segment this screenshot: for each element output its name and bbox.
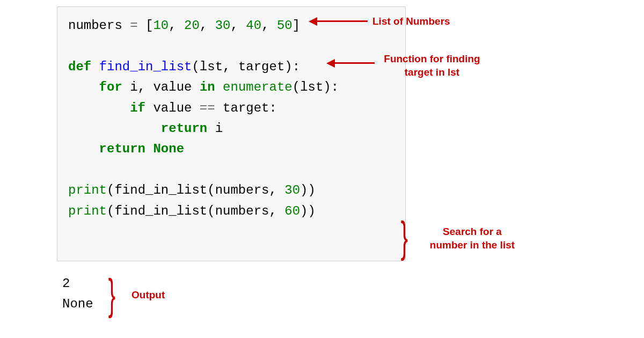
annotation-output: Output [131, 289, 165, 302]
bracket-open: [ [145, 18, 153, 33]
colon: : [269, 101, 277, 115]
paren-open: ( [292, 80, 300, 94]
num-10: 10 [153, 18, 169, 33]
arg-numbers: numbers [215, 204, 269, 218]
var-i: i [215, 121, 223, 136]
comma: , [169, 18, 184, 33]
var-numbers: numbers [68, 18, 122, 33]
space [122, 80, 130, 94]
var-target: target [223, 101, 269, 115]
space [145, 101, 153, 115]
kw-in: in [200, 80, 215, 94]
kw-none: None [153, 142, 184, 156]
num-30: 30 [284, 183, 300, 197]
comma: , [138, 80, 153, 94]
param-lst: lst [200, 60, 223, 74]
indent [68, 80, 99, 94]
num-20: 20 [184, 18, 200, 33]
comma: , [269, 204, 284, 218]
arrow-head-icon [326, 59, 335, 68]
call-fn: find_in_list [114, 204, 207, 218]
builtin-enumerate: enumerate [223, 80, 292, 94]
brace-icon: } [108, 273, 115, 316]
annotation-search: Search for a number in the list [424, 225, 521, 252]
num-50: 50 [277, 18, 292, 33]
arg-lst: lst [300, 80, 323, 94]
num-60: 60 [284, 204, 300, 218]
annotation-list: List of Numbers [372, 15, 450, 28]
comma: , [223, 60, 238, 74]
annotation-text: Search for a [443, 226, 502, 237]
brace-icon: } [401, 216, 408, 259]
kw-return: return [161, 121, 207, 136]
paren-close: ): [284, 60, 300, 74]
builtin-print: print [68, 183, 107, 197]
annotation-text: number in the list [430, 239, 515, 251]
comma: , [231, 18, 246, 33]
builtin-print: print [68, 204, 107, 218]
var-value: value [153, 101, 192, 115]
indent [68, 142, 99, 156]
output-line1: 2 [62, 276, 70, 291]
arrow-head-icon [309, 17, 317, 26]
paren-open: ( [207, 204, 215, 218]
comma: , [261, 18, 277, 33]
op-eqeq: == [200, 101, 215, 115]
paren-open: ( [207, 183, 215, 197]
kw-def: def [68, 60, 91, 74]
paren-open: ( [192, 60, 199, 74]
space [192, 80, 199, 94]
var-i: i [130, 80, 137, 94]
space [192, 101, 199, 115]
paren-close: )) [300, 183, 316, 197]
bracket-close: ] [292, 18, 300, 33]
num-30: 30 [215, 18, 231, 33]
kw-return: return [99, 142, 145, 156]
num-40: 40 [246, 18, 261, 33]
space [215, 80, 223, 94]
output-line2: None [62, 297, 93, 311]
space [91, 60, 99, 74]
paren-open: ( [107, 204, 114, 218]
paren-close: )) [300, 204, 316, 218]
func-name: find_in_list [99, 60, 192, 74]
param-target: target [238, 60, 284, 74]
op-eq: = [122, 18, 145, 33]
arrow-line [317, 20, 368, 22]
code-block: numbers = [10, 20, 30, 40, 50] def find_… [57, 6, 406, 261]
kw-for: for [99, 80, 122, 94]
call-fn: find_in_list [114, 183, 207, 197]
annotation-function: Function for finding target in lst [378, 53, 486, 79]
indent [68, 121, 161, 136]
annotation-text: target in lst [405, 67, 459, 78]
output-block: 2 None [62, 274, 93, 315]
annotation-text: Output [131, 289, 165, 300]
space [207, 121, 215, 136]
space [215, 101, 223, 115]
annotation-text: Function for finding [384, 53, 480, 64]
comma: , [200, 18, 215, 33]
comma: , [269, 183, 284, 197]
space [145, 142, 153, 156]
var-value: value [153, 80, 192, 94]
paren-open: ( [107, 183, 114, 197]
kw-if: if [130, 101, 145, 115]
annotation-text: List of Numbers [372, 16, 450, 27]
paren-close: ): [323, 80, 339, 94]
arrow-line [334, 62, 375, 64]
arg-numbers: numbers [215, 183, 269, 197]
indent [68, 101, 130, 115]
